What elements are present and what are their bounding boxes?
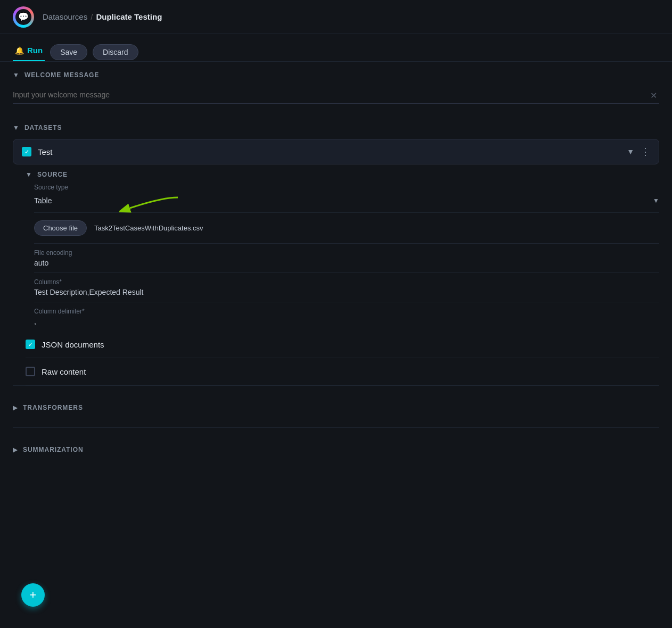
dataset-checkbox[interactable]: ✓ — [22, 147, 31, 156]
source-type-wrapper: Source type Table ▼ — [34, 184, 659, 213]
json-documents-checkbox[interactable]: ✓ — [26, 340, 35, 349]
transformers-section-title: TRANSFORMERS — [23, 404, 83, 411]
app-header: 💬 Datasources / Duplicate Testing — [0, 0, 672, 34]
raw-content-checkbox[interactable] — [26, 367, 35, 376]
source-type-value: Table — [34, 196, 52, 205]
summarization-chevron-icon: ▶ — [13, 446, 18, 453]
dataset-row: ✓ Test ▼ ⋮ — [13, 139, 659, 164]
datasets-section-title: DATASETS — [24, 124, 62, 131]
welcome-message-input[interactable] — [13, 86, 659, 104]
welcome-chevron-icon: ▼ — [13, 71, 19, 79]
run-tab[interactable]: 🔔 Run — [13, 43, 45, 61]
dataset-expand-icon[interactable]: ▼ — [627, 147, 634, 156]
source-type-dropdown-icon: ▼ — [653, 197, 659, 204]
columns-value: Test Description,Expected Result — [34, 288, 659, 296]
welcome-clear-icon[interactable]: ✕ — [650, 90, 657, 100]
welcome-section-title: WELCOME MESSAGE — [24, 71, 99, 79]
file-row: Choose file Task2TestCasesWithDuplicates… — [34, 213, 659, 244]
source-section: ▼ SOURCE Source type Table ▼ — [13, 164, 659, 385]
main-content: ▼ WELCOME MESSAGE ✕ ▼ DATASETS ✓ Test ▼ … — [0, 62, 672, 469]
summarization-section-title: SUMMARIZATION — [23, 446, 84, 453]
datasets-chevron-icon: ▼ — [13, 124, 19, 131]
transformers-section-header[interactable]: ▶ TRANSFORMERS — [13, 394, 659, 419]
breadcrumb-separator: / — [91, 12, 93, 21]
source-section-header[interactable]: ▼ SOURCE — [26, 164, 659, 184]
raw-content-row: Raw content — [26, 358, 659, 385]
source-fields: Source type Table ▼ — [26, 184, 659, 331]
source-type-label: Source type — [34, 184, 659, 191]
columns-label: Columns* — [34, 278, 659, 286]
welcome-section: ▼ WELCOME MESSAGE ✕ — [13, 62, 659, 104]
run-label: Run — [27, 46, 43, 55]
source-section-title: SOURCE — [37, 171, 68, 178]
datasets-section: ▼ DATASETS ✓ Test ▼ ⋮ ▼ SOURCE Source ty… — [13, 114, 659, 469]
choose-file-button[interactable]: Choose file — [34, 220, 87, 236]
breadcrumb: Datasources / Duplicate Testing — [43, 12, 162, 21]
datasets-section-header[interactable]: ▼ DATASETS — [13, 114, 659, 139]
breadcrumb-parent[interactable]: Datasources — [43, 12, 87, 21]
summarization-section-header[interactable]: ▶ SUMMARIZATION — [13, 436, 659, 461]
toolbar: 🔔 Run Save Discard — [0, 34, 672, 61]
welcome-input-wrapper: ✕ — [13, 86, 659, 104]
file-encoding-field: File encoding auto — [34, 244, 659, 273]
fab-button[interactable]: + — [21, 583, 45, 607]
dataset-name: Test — [38, 147, 627, 156]
discard-button[interactable]: Discard — [93, 44, 138, 60]
source-type-select[interactable]: Table ▼ — [34, 193, 659, 208]
run-icon: 🔔 — [15, 46, 24, 55]
dataset-more-icon[interactable]: ⋮ — [641, 147, 650, 156]
column-delimiter-field: Column delimiter* , — [34, 302, 659, 331]
save-button[interactable]: Save — [50, 44, 87, 60]
source-chevron-icon: ▼ — [26, 171, 32, 178]
source-type-field: Source type Table ▼ — [34, 184, 659, 213]
file-encoding-value: auto — [34, 259, 659, 267]
app-logo: 💬 — [13, 6, 34, 28]
logo-icon: 💬 — [18, 12, 29, 22]
column-delimiter-label: Column delimiter* — [34, 308, 659, 315]
columns-field: Columns* Test Description,Expected Resul… — [34, 273, 659, 302]
raw-content-label: Raw content — [42, 367, 86, 376]
column-delimiter-value: , — [34, 317, 659, 326]
json-documents-row: ✓ JSON documents — [26, 331, 659, 358]
fab-icon: + — [30, 588, 37, 602]
welcome-section-header[interactable]: ▼ WELCOME MESSAGE — [13, 62, 659, 86]
file-encoding-label: File encoding — [34, 249, 659, 257]
breadcrumb-current: Duplicate Testing — [96, 12, 162, 21]
transformers-chevron-icon: ▶ — [13, 404, 18, 411]
summarization-section: ▶ SUMMARIZATION — [13, 427, 659, 469]
file-name: Task2TestCasesWithDuplicates.csv — [94, 224, 203, 232]
json-documents-label: JSON documents — [42, 340, 104, 349]
transformers-section: ▶ TRANSFORMERS — [13, 385, 659, 427]
